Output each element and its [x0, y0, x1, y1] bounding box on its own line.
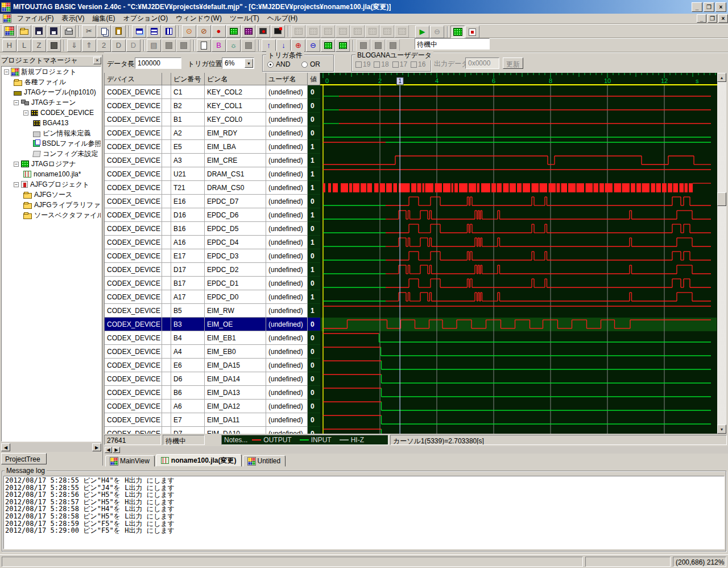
run-button[interactable]: ▶	[415, 26, 429, 38]
tile-vertical-button[interactable]	[162, 25, 176, 38]
pin-row-EIM_DA12[interactable]: CODEX_DEVICEA6EIM_DA12(undefined)0	[105, 400, 320, 413]
tab-mainview[interactable]: MainView	[105, 455, 155, 467]
scroll-right-icon[interactable]: ▶	[113, 447, 120, 453]
pin-list-button[interactable]: ▤	[147, 39, 161, 52]
save-project-button[interactable]	[32, 25, 46, 38]
notes-label[interactable]: Notes...	[224, 436, 247, 444]
blogana-bit-17[interactable]: 17	[392, 60, 407, 68]
column-header-ユーザ名[interactable]: ユーザ名	[266, 73, 308, 85]
wave-settings-button[interactable]	[321, 39, 335, 52]
pin-row-KEY_COL2[interactable]: CODEX_DEVICEC1KEY_COL2(undefined)0	[105, 85, 320, 99]
message-log-list[interactable]: 2012/08/17 5:28:55 ピン"H4"を H出力 にします2012/…	[3, 476, 725, 549]
menu-item[interactable]: ファイル(F)	[13, 13, 57, 24]
pin-row-EPDC_D2[interactable]: CODEX_DEVICED17EPDC_D2(undefined)1	[105, 263, 320, 277]
trigger-position-dropdown-icon[interactable]: ▼	[245, 59, 253, 68]
tree-item-ajfg-project[interactable]: −AJFGプロジェクト	[2, 179, 101, 190]
tree-item-source-vector-file[interactable]: ソースベクタファイル	[2, 210, 101, 220]
pin-row-EPDC_D4[interactable]: CODEX_DEVICEA16EPDC_D4(undefined)1	[105, 236, 320, 249]
menu-item[interactable]: ヘルプ(H)	[263, 13, 302, 24]
update-button[interactable]: 更新	[503, 57, 523, 69]
tree-item-codex-device[interactable]: −CODEX_DEVICE	[2, 108, 101, 118]
pin-row-EPDC_D6[interactable]: CODEX_DEVICED16EPDC_D6(undefined)1	[105, 208, 320, 222]
trigger-setup-button[interactable]: ☼	[226, 39, 241, 52]
panel-close-icon[interactable]: ×	[93, 57, 101, 64]
tree-item-jtag-logana[interactable]: −JTAGロジアナ	[2, 159, 101, 169]
new-capture-button[interactable]	[197, 39, 211, 52]
write-low-button[interactable]: ⇓	[67, 39, 81, 52]
blogana-bit-18[interactable]: 18	[374, 60, 388, 68]
wave-settings-2-button[interactable]	[336, 39, 350, 52]
menu-item[interactable]: 表示(V)	[57, 13, 88, 24]
menu-item[interactable]: ウィンドウ(W)	[172, 13, 226, 24]
pin-row-EIM_DA14[interactable]: CODEX_DEVICED6EIM_DA14(undefined)0	[105, 372, 320, 386]
trigger-or-radio[interactable]: OR	[301, 60, 320, 68]
tree-item-noname100-jla[interactable]: noname100.jla*	[2, 169, 101, 179]
column-header-ピン番号[interactable]: ピン番号	[171, 73, 205, 85]
expand-toggle-icon[interactable]: −	[14, 100, 19, 105]
logana-enable-button[interactable]	[450, 26, 465, 38]
menu-item[interactable]: オプション(O)	[119, 13, 172, 24]
set-output-high-button[interactable]: H	[2, 39, 16, 52]
tab-untitled[interactable]: Untitled	[243, 455, 286, 467]
pin-row-EPDC_D0[interactable]: CODEX_DEVICEA17EPDC_D0(undefined)1	[105, 290, 320, 304]
detect-cable-button[interactable]: ⊙	[182, 25, 196, 38]
zoom-in-button[interactable]: ⊕	[291, 39, 305, 52]
paste-button[interactable]	[111, 25, 126, 38]
output-data-input[interactable]	[465, 57, 499, 69]
tree-item-config-not-set[interactable]: コンフィグ未設定	[2, 149, 101, 159]
release-cable-button[interactable]: ⊘	[197, 25, 211, 38]
tree-item-bsdl-file-ref[interactable]: BSDLファイル参照	[2, 138, 101, 149]
pin-row-EIM_LBA[interactable]: CODEX_DEVICEE5EIM_LBA(undefined)1	[105, 140, 320, 154]
data-length-input[interactable]	[135, 57, 181, 69]
reset-button[interactable]: ●	[212, 25, 226, 38]
pin-row-EIM_DA10[interactable]: CODEX_DEVICED7EIM_DA10(undefined)0	[105, 427, 320, 434]
column-header-デバイス[interactable]: デバイス	[105, 73, 162, 85]
open-project-button[interactable]	[17, 25, 31, 38]
scrollbar-thumb[interactable]	[717, 192, 726, 206]
pin-row-EIM_OE[interactable]: CODEX_DEVICEB3EIM_OE(undefined)0	[105, 318, 320, 331]
pin-add-2-button[interactable]	[271, 25, 285, 38]
tile-horizontal-button[interactable]	[147, 25, 161, 38]
project-tree-tab[interactable]: ProjectTree	[1, 453, 47, 464]
write-pattern-2-button[interactable]: 2	[97, 39, 111, 52]
mdi-restore-button[interactable]: ❐	[708, 14, 717, 23]
pin-row-EPDC_D3[interactable]: CODEX_DEVICEE17EPDC_D3(undefined)0	[105, 249, 320, 263]
close-button[interactable]: ×	[715, 2, 726, 12]
set-output-hiz-button[interactable]: Z	[32, 39, 46, 52]
write-data-2-button[interactable]: D	[126, 39, 140, 52]
expand-toggle-icon[interactable]: −	[14, 162, 19, 167]
pin-add-button[interactable]	[256, 25, 270, 38]
waveform-vertical-scrollbar[interactable]: ▲ ▼	[717, 73, 726, 434]
tree-item-new-project[interactable]: −新規プロジェクト	[2, 67, 101, 77]
print-button[interactable]	[61, 25, 76, 38]
run-status-field[interactable]: 待機中	[415, 38, 490, 50]
pin-row-DRAM_CS1[interactable]: CODEX_DEVICEU21DRAM_CS1(undefined)1	[105, 167, 320, 181]
pin-row-EPDC_D1[interactable]: CODEX_DEVICEB17EPDC_D1(undefined)0	[105, 277, 320, 290]
write-data-button[interactable]: D	[111, 39, 126, 52]
blogana-bit-19[interactable]: 19	[355, 60, 370, 68]
pin-row-EIM_DA13[interactable]: CODEX_DEVICEB6EIM_DA13(undefined)0	[105, 386, 320, 400]
pin-row-DRAM_CS0[interactable]: CODEX_DEVICET21DRAM_CS0(undefined)1	[105, 181, 320, 195]
menu-item[interactable]: ツール(T)	[226, 13, 263, 24]
waveform-canvas[interactable]: 024681012s1	[320, 73, 717, 434]
pin-row-KEY_COL1[interactable]: CODEX_DEVICEB2KEY_COL1(undefined)0	[105, 99, 320, 113]
pin-row-KEY_COL0[interactable]: CODEX_DEVICEB1KEY_COL0(undefined)0	[105, 113, 320, 126]
tree-item-jtag-chain[interactable]: −JTAGチェーン	[2, 97, 101, 108]
new-project-button[interactable]	[2, 25, 16, 38]
mdi-minimize-button[interactable]: _	[697, 14, 706, 23]
column-header-値[interactable]: 値	[308, 73, 320, 85]
bram-view-button[interactable]: B	[212, 39, 226, 52]
zoom-out-button[interactable]: ⊖	[306, 39, 320, 52]
menu-item[interactable]: 編集(E)	[88, 13, 119, 24]
scroll-up-icon[interactable]: ▲	[717, 73, 726, 82]
mdi-close-button[interactable]: ×	[718, 14, 728, 23]
cascade-windows-button[interactable]	[132, 25, 146, 38]
pin-row-EIM_DA11[interactable]: CODEX_DEVICEE7EIM_DA11(undefined)0	[105, 413, 320, 427]
tree-item-bga413[interactable]: BGA413	[2, 118, 101, 128]
scroll-up-button[interactable]: ↑	[262, 39, 276, 52]
column-header[interactable]	[162, 73, 171, 85]
expand-toggle-icon[interactable]: −	[14, 182, 19, 187]
cut-button[interactable]: ✂	[82, 25, 96, 38]
scroll-down-icon[interactable]: ▼	[717, 425, 726, 434]
boundary-scan-button[interactable]	[226, 25, 241, 38]
